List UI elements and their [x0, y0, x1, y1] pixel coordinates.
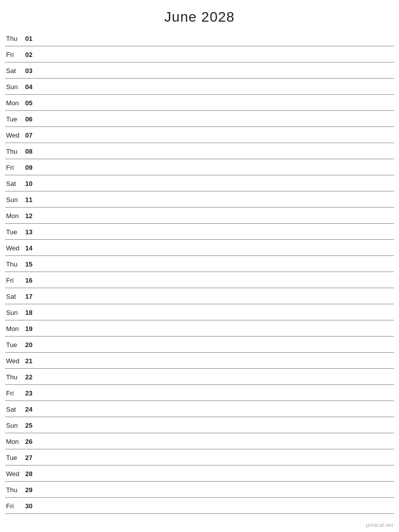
- day-line: [40, 345, 394, 345]
- day-number: 22: [25, 373, 40, 381]
- day-row: Wed07: [5, 127, 394, 143]
- day-number: 16: [25, 277, 40, 284]
- day-line: [40, 183, 394, 184]
- day-line: [40, 103, 394, 103]
- day-number: 24: [25, 406, 40, 413]
- day-row: Tue27: [5, 449, 394, 466]
- day-line: [40, 361, 394, 361]
- day-number: 17: [25, 293, 40, 300]
- day-name: Sun: [5, 309, 25, 316]
- day-name: Mon: [5, 438, 25, 445]
- day-row: Tue20: [5, 337, 394, 353]
- day-name: Mon: [5, 212, 25, 220]
- day-number: 06: [25, 115, 40, 123]
- day-line: [40, 71, 394, 71]
- day-name: Thu: [5, 35, 25, 42]
- day-number: 19: [25, 325, 40, 332]
- day-line: [40, 200, 394, 200]
- day-name: Tue: [5, 341, 25, 349]
- day-number: 13: [25, 228, 40, 236]
- day-line: [40, 264, 394, 264]
- day-name: Sun: [5, 196, 25, 204]
- day-name: Wed: [5, 244, 25, 252]
- day-row: Thu22: [5, 369, 394, 385]
- day-number: 15: [25, 260, 40, 268]
- day-line: [40, 296, 394, 297]
- day-name: Wed: [5, 357, 25, 365]
- day-name: Fri: [5, 277, 25, 284]
- day-name: Fri: [5, 51, 25, 58]
- day-line: [40, 216, 394, 216]
- day-row: Mon26: [5, 433, 394, 449]
- day-name: Sat: [5, 67, 25, 75]
- day-name: Thu: [5, 486, 25, 494]
- day-row: Fri09: [5, 159, 394, 175]
- day-line: [40, 38, 394, 39]
- day-number: 08: [25, 148, 40, 155]
- day-line: [40, 151, 394, 152]
- day-number: 14: [25, 244, 40, 252]
- day-row: Thu15: [5, 256, 394, 272]
- day-name: Sat: [5, 180, 25, 187]
- day-row: Wed14: [5, 240, 394, 256]
- day-number: 30: [25, 502, 40, 510]
- day-line: [40, 87, 394, 87]
- day-name: Fri: [5, 164, 25, 171]
- day-number: 03: [25, 67, 40, 75]
- day-name: Thu: [5, 148, 25, 155]
- calendar-list: Thu01Fri02Sat03Sun04Mon05Tue06Wed07Thu08…: [0, 30, 399, 514]
- day-name: Sat: [5, 293, 25, 300]
- day-number: 07: [25, 131, 40, 139]
- day-row: Sat03: [5, 62, 394, 79]
- day-line: [40, 54, 394, 55]
- watermark: printcal.net: [366, 522, 393, 528]
- day-row: Thu08: [5, 143, 394, 159]
- day-name: Fri: [5, 502, 25, 510]
- day-row: Mon19: [5, 320, 394, 337]
- day-number: 27: [25, 454, 40, 461]
- day-line: [40, 425, 394, 426]
- day-row: Mon05: [5, 95, 394, 111]
- day-line: [40, 457, 394, 458]
- day-row: Wed28: [5, 466, 394, 482]
- day-line: [40, 135, 394, 136]
- day-number: 21: [25, 357, 40, 365]
- day-number: 05: [25, 99, 40, 107]
- day-number: 01: [25, 35, 40, 42]
- day-row: Thu29: [5, 482, 394, 498]
- day-row: Sun04: [5, 79, 394, 95]
- day-number: 02: [25, 51, 40, 58]
- day-name: Sat: [5, 406, 25, 413]
- day-number: 20: [25, 341, 40, 349]
- day-row: Sun18: [5, 304, 394, 320]
- day-line: [40, 232, 394, 232]
- day-line: [40, 119, 394, 119]
- day-number: 12: [25, 212, 40, 220]
- day-row: Thu01: [5, 30, 394, 46]
- day-number: 28: [25, 470, 40, 478]
- day-name: Wed: [5, 131, 25, 139]
- day-name: Mon: [5, 325, 25, 332]
- day-row: Fri16: [5, 272, 394, 288]
- day-row: Wed21: [5, 353, 394, 369]
- day-line: [40, 490, 394, 490]
- day-line: [40, 377, 394, 377]
- day-number: 18: [25, 309, 40, 316]
- day-line: [40, 280, 394, 281]
- day-number: 23: [25, 389, 40, 397]
- day-number: 10: [25, 180, 40, 187]
- day-line: [40, 474, 394, 474]
- day-row: Fri23: [5, 385, 394, 401]
- day-row: Fri02: [5, 46, 394, 62]
- day-line: [40, 248, 394, 248]
- day-number: 11: [25, 196, 40, 204]
- day-row: Sat10: [5, 175, 394, 191]
- day-name: Sun: [5, 83, 25, 91]
- day-name: Thu: [5, 260, 25, 268]
- day-number: 25: [25, 422, 40, 429]
- day-row: Sun11: [5, 191, 394, 208]
- day-name: Mon: [5, 99, 25, 107]
- day-row: Fri30: [5, 498, 394, 514]
- day-name: Sun: [5, 422, 25, 429]
- day-line: [40, 393, 394, 393]
